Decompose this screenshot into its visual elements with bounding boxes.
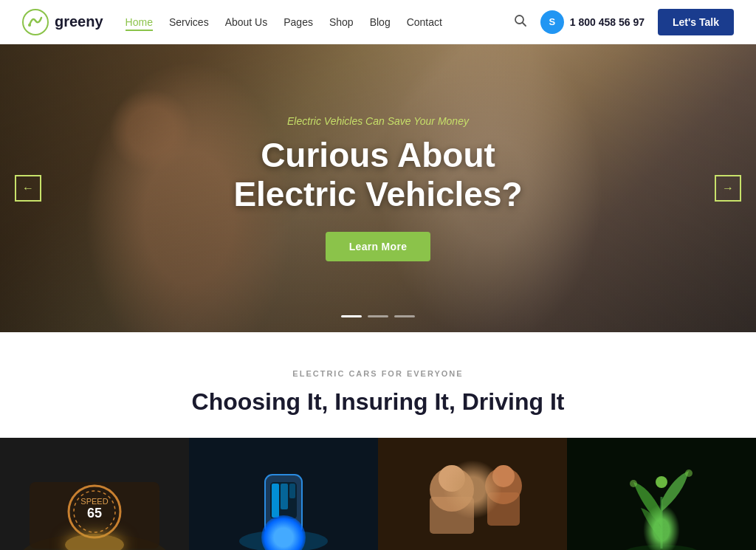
phone-number: 1 800 458 56 97 [570,16,645,28]
svg-rect-16 [281,484,288,509]
svg-point-31 [685,470,693,477]
logo-icon [22,9,49,35]
svg-rect-17 [289,484,295,498]
svg-text:65: 65 [87,506,102,520]
svg-point-18 [278,539,289,550]
card-choosing[interactable]: SPEED 65 [0,438,189,550]
hero-dots [341,315,415,317]
logo-text: greeny [55,13,103,30]
nav-links: Home Services About Us Pages Shop Blog C… [126,16,442,29]
card-3-visual [378,438,567,550]
card-insuring[interactable] [189,438,378,550]
card-driving[interactable] [378,438,567,550]
hero-content: Electric Vehicles Can Save Your Money Cu… [233,115,522,261]
svg-point-2 [515,16,523,24]
nav-item-home[interactable]: Home [126,16,153,29]
nav-item-pages[interactable]: Pages [284,16,313,29]
nav-item-services[interactable]: Services [169,16,209,29]
section-title: Choosing It, Insuring It, Driving It [22,388,734,416]
hero-title: Curious About Electric Vehicles? [233,136,522,214]
svg-rect-15 [272,484,279,518]
nav-item-blog[interactable]: Blog [370,16,391,29]
card-eco[interactable] [567,438,756,550]
svg-point-30 [630,480,637,487]
svg-point-22 [439,465,465,492]
logo[interactable]: greeny [22,9,103,35]
dot-3[interactable] [394,315,415,317]
hero-learn-more-button[interactable]: Learn More [326,232,430,261]
nav-right: S 1 800 458 56 97 Let's Talk [514,9,734,35]
phone-area: S 1 800 458 56 97 [540,10,645,34]
lets-talk-button[interactable]: Let's Talk [658,9,734,35]
card-2-visual [189,438,378,550]
dot-2[interactable] [368,315,388,317]
card-1-visual: SPEED 65 [0,438,189,550]
search-icon[interactable] [514,14,527,30]
svg-point-25 [492,465,515,487]
svg-text:SPEED: SPEED [80,497,108,506]
hero-section: ← Electric Vehicles Can Save Your Money … [0,44,756,332]
navbar: greeny Home Services About Us Pages Shop… [0,0,756,44]
hero-next-button[interactable]: → [715,175,741,202]
hero-prev-button[interactable]: ← [15,175,41,202]
section-label: ELECTRIC CARS FOR EVERYONE [22,369,734,378]
svg-point-29 [656,476,667,488]
svg-rect-27 [567,438,756,550]
hero-eyebrow: Electric Vehicles Can Save Your Money [233,115,522,127]
dot-1[interactable] [341,315,362,317]
nav-left: greeny Home Services About Us Pages Shop… [22,9,442,35]
svg-rect-20 [378,438,567,550]
card-4-visual [567,438,756,550]
electric-cars-section: ELECTRIC CARS FOR EVERYONE Choosing It, … [0,332,756,416]
nav-item-contact[interactable]: Contact [407,16,442,29]
svg-rect-26 [487,492,520,526]
svg-line-3 [523,23,526,26]
cards-row: SPEED 65 [0,438,756,550]
nav-item-about[interactable]: About Us [225,16,268,29]
phone-avatar: S [540,10,564,34]
nav-item-shop[interactable]: Shop [329,16,354,29]
svg-point-1 [28,24,31,27]
svg-rect-23 [430,497,474,534]
